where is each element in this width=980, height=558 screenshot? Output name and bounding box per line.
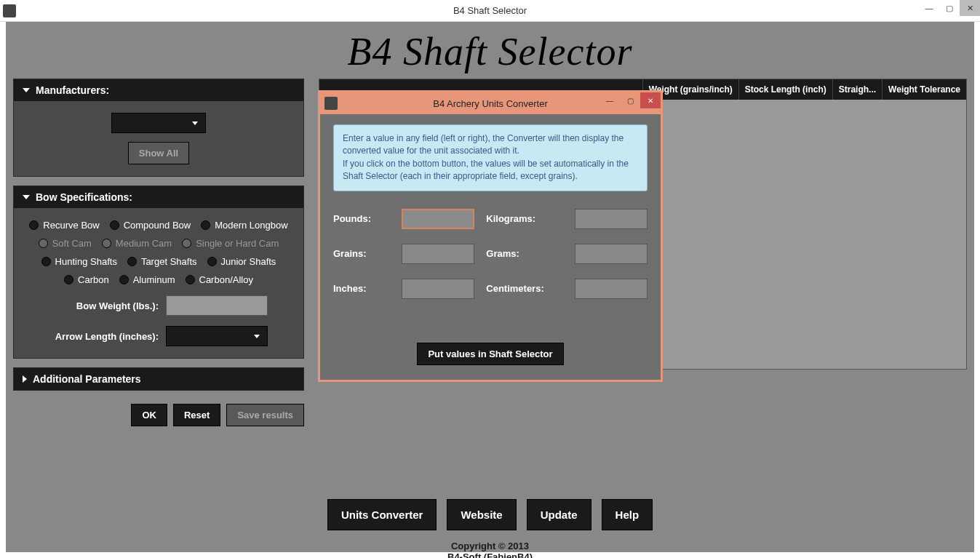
arrow-length-combo[interactable] <box>166 326 268 346</box>
left-column: Manufacturers: Show All Bow Specificatio… <box>13 79 304 426</box>
update-button[interactable]: Update <box>527 499 591 530</box>
chevron-down-icon <box>23 88 30 92</box>
put-values-button[interactable]: Put values in Shaft Selector <box>417 343 563 365</box>
inches-input[interactable] <box>402 279 474 299</box>
converter-minimize-button[interactable]: — <box>599 92 620 108</box>
chevron-down-icon <box>23 195 30 199</box>
chevron-right-icon <box>23 375 27 383</box>
bowspec-header[interactable]: Bow Specifications: <box>14 186 303 208</box>
ok-button[interactable]: OK <box>131 404 167 426</box>
additional-title: Additional Parameters <box>33 373 141 385</box>
window-title: B4 Shaft Selector <box>0 5 980 16</box>
converter-titlebar: B4 Archery Units Converter — ▢ ✕ <box>320 92 661 114</box>
arrow-length-label: Arrow Length (inches): <box>49 331 159 342</box>
radio-carbon[interactable]: Carbon <box>64 274 109 285</box>
kilograms-input[interactable] <box>575 209 648 229</box>
copyright-line1: Copyright © 2013 <box>13 541 967 551</box>
th-stock-length[interactable]: Stock Length (inch) <box>739 79 833 100</box>
caret-down-icon <box>192 121 198 125</box>
converter-info-2: If you click on the bottom button, the v… <box>343 158 638 183</box>
radio-medium-cam: Medium Cam <box>102 238 172 249</box>
bow-weight-input[interactable] <box>166 295 268 316</box>
radio-carbon-alloy[interactable]: Carbon/Alloy <box>186 274 253 285</box>
grains-input[interactable] <box>402 244 474 264</box>
manufacturers-combo[interactable] <box>111 113 206 133</box>
converter-icon <box>324 97 338 110</box>
caret-down-icon <box>254 335 260 338</box>
radio-modern-longbow[interactable]: Modern Longbow <box>201 220 287 231</box>
converter-info-1: Enter a value in any field (left or righ… <box>343 132 638 158</box>
radio-soft-cam: Soft Cam <box>39 238 92 249</box>
show-all-button[interactable]: Show All <box>128 142 189 164</box>
centimeters-input[interactable] <box>575 279 648 299</box>
minimize-button[interactable]: — <box>919 0 939 16</box>
manufacturers-title: Manufacturers: <box>36 84 109 96</box>
manufacturers-panel: Manufacturers: Show All <box>13 79 304 177</box>
grains-label: Grains: <box>333 248 390 259</box>
pounds-input[interactable] <box>402 209 474 229</box>
additional-panel: Additional Parameters <box>13 367 304 391</box>
centimeters-label: Centimeters: <box>486 283 563 294</box>
converter-maximize-button[interactable]: ▢ <box>620 92 640 108</box>
radio-recurve[interactable]: Recurve Bow <box>29 220 99 231</box>
main-titlebar: B4 Shaft Selector — ▢ ✕ <box>0 0 980 22</box>
th-straightness[interactable]: Straigh... <box>833 79 883 100</box>
bow-weight-label: Bow Weight (lbs.): <box>49 300 159 311</box>
converter-window: B4 Archery Units Converter — ▢ ✕ Enter a… <box>318 90 663 382</box>
radio-compound[interactable]: Compound Bow <box>110 220 191 231</box>
kilograms-label: Kilograms: <box>486 213 563 224</box>
bowspec-title: Bow Specifications: <box>36 191 132 203</box>
radio-hunting[interactable]: Hunting Shafts <box>41 256 117 267</box>
additional-header[interactable]: Additional Parameters <box>14 368 303 390</box>
grams-input[interactable] <box>575 244 648 264</box>
converter-grid: Pounds: Kilograms: Grains: Grams: Inches… <box>333 209 648 299</box>
converter-close-button[interactable]: ✕ <box>640 92 661 108</box>
radio-junior[interactable]: Junior Shafts <box>207 256 276 267</box>
converter-info: Enter a value in any field (left or righ… <box>333 124 648 191</box>
radio-hard-cam: Single or Hard Cam <box>182 238 279 249</box>
grams-label: Grams: <box>486 248 563 259</box>
copyright-line2: B4-Soft (FabienB4) <box>13 551 967 558</box>
maximize-button[interactable]: ▢ <box>939 0 960 16</box>
save-results-button[interactable]: Save results <box>226 404 304 426</box>
units-converter-button[interactable]: Units Converter <box>327 499 437 530</box>
converter-title: B4 Archery Units Converter <box>433 98 548 109</box>
close-button[interactable]: ✕ <box>960 0 980 16</box>
th-weight-tolerance[interactable]: Weight Tolerance <box>883 79 966 100</box>
converter-body: Enter a value in any field (left or righ… <box>320 114 661 380</box>
action-row: OK Reset Save results <box>13 404 304 426</box>
website-button[interactable]: Website <box>447 499 516 530</box>
radio-aluminum[interactable]: Aluminum <box>119 274 175 285</box>
inches-label: Inches: <box>333 283 390 294</box>
reset-button[interactable]: Reset <box>173 404 220 426</box>
app-title: B4 Shaft Selector <box>13 29 967 74</box>
radio-target[interactable]: Target Shafts <box>127 256 197 267</box>
copyright: Copyright © 2013 B4-Soft (FabienB4) <box>13 541 967 558</box>
help-button[interactable]: Help <box>602 499 653 530</box>
pounds-label: Pounds: <box>333 213 390 224</box>
manufacturers-header[interactable]: Manufacturers: <box>14 79 303 101</box>
bottom-bar: Units Converter Website Update Help <box>13 499 967 530</box>
bowspec-panel: Bow Specifications: Recurve Bow Compound… <box>13 186 304 359</box>
